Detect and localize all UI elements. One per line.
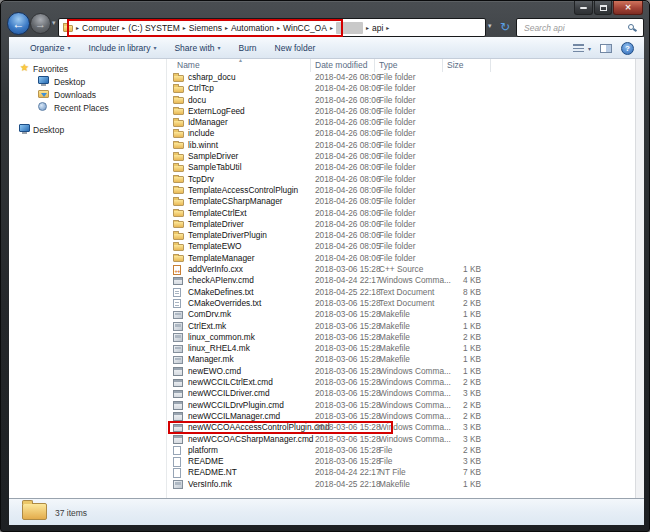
maximize-button[interactable] [594,1,612,15]
file-date-modified: 2018-04-26 08:06 [315,162,381,173]
refresh-button[interactable]: ↻ [496,17,514,37]
column-header-size[interactable]: Size [447,60,464,70]
file-row[interactable]: TcpDrv2018-04-26 08:06File folder [168,174,635,185]
file-date-modified: 2018-04-26 08:06 [315,83,381,94]
file-row[interactable]: checkAPIenv.cmd2018-04-24 22:17Windows C… [168,275,635,286]
sidebar-item-desktop-tree[interactable]: Desktop [9,123,166,136]
file-date-modified: 2018-03-06 15:28 [315,411,381,422]
file-row[interactable]: newWCCILDriver.cmd2018-03-06 15:28Window… [168,388,635,399]
back-button[interactable]: ← [7,12,30,35]
file-row[interactable]: SampleTabUtil2018-04-26 08:06File folder [168,162,635,173]
folder-icon [173,221,184,228]
views-button[interactable]: ▾ [573,44,591,52]
file-row[interactable]: README.NT2018-04-24 22:17NT File7 KB [168,467,635,478]
file-row[interactable]: SampleDriver2018-04-26 08:06File folder [168,151,635,162]
folder-icon [173,97,184,104]
file-row[interactable]: README2018-03-06 15:28File3 KB [168,456,635,467]
sidebar-item-downloads[interactable]: Downloads [9,88,166,101]
file-name: CMakeOverrides.txt [188,298,261,309]
address-bar[interactable]: ▸ Computer ▸ (C:) SYSTEM ▸ Siemens ▸ Aut… [58,18,486,37]
column-divider[interactable] [374,59,375,72]
sidebar-item-desktop[interactable]: Desktop [9,75,166,88]
file-row[interactable]: CtrlTcp2018-04-26 08:06File folder [168,83,635,94]
file-icon [173,468,181,478]
chevron-down-icon: ▾ [153,44,156,51]
address-dropdown-icon[interactable]: ▾ [488,22,492,30]
minimize-button[interactable] [574,1,593,15]
file-size: 1 KB [434,366,481,377]
folder-icon [173,244,184,251]
file-date-modified: 2018-03-06 15:28 [315,264,381,275]
file-row[interactable]: VersInfo.mk2018-04-25 22:18Makefile1 KB [168,479,635,490]
preview-pane-button[interactable] [600,44,612,53]
file-row[interactable]: linux_RHEL4.mk2018-03-06 15:28Makefile1 … [168,343,635,354]
file-row[interactable]: ExternLogFeed2018-04-26 08:06File folder [168,106,635,117]
file-icon [173,322,183,331]
include-in-library-button[interactable]: Include in library▾ [80,43,166,53]
file-type: File folder [379,117,415,128]
sidebar-item-recent-places[interactable]: Recent Places [9,101,166,114]
column-header-name[interactable]: Name [177,60,200,70]
file-row[interactable]: newWCCILDrvPlugin.cmd2018-03-06 15:28Win… [168,400,635,411]
file-size: 7 KB [434,467,481,478]
history-dropdown-icon[interactable]: ▾ [52,19,56,27]
file-row[interactable]: newWCCOAAccessControlPlugin.cmd2018-03-0… [168,422,635,433]
column-divider[interactable] [310,59,311,72]
forward-button[interactable]: → [30,13,51,34]
file-name: newWCCOAAccessControlPlugin.cmd [188,422,330,433]
file-row[interactable]: Manager.mk2018-03-06 15:28Makefile1 KB [168,354,635,365]
sidebar-item-favorites[interactable]: ★ Favorites [9,62,166,75]
file-row[interactable]: TemplateAccessControlPlugin2018-04-26 08… [168,185,635,196]
file-row[interactable]: TemplateDriver2018-04-26 08:06File folde… [168,219,635,230]
file-row[interactable]: docu2018-04-26 08:06File folder [168,95,635,106]
breadcrumb-siemens[interactable]: Siemens [187,23,224,33]
organize-button[interactable]: Organize▾ [21,43,80,53]
list-view-icon [573,44,584,52]
file-row[interactable]: TemplateCtrlExt2018-04-26 08:06File fold… [168,208,635,219]
file-type: Makefile [379,343,410,354]
new-folder-button[interactable]: New folder [266,43,325,53]
file-name: newWCCOACSharpManager.cmd [188,434,313,445]
file-name: TemplateManager [188,253,254,264]
file-row[interactable]: include2018-04-26 08:06File folder [168,128,635,139]
column-divider[interactable] [490,59,491,72]
file-row[interactable]: TemplateCSharpManager2018-04-26 08:05Fil… [168,196,635,207]
file-row[interactable]: lib.winnt2018-04-26 08:06File folder [168,140,635,151]
file-row[interactable]: TemplateManager2018-04-26 08:06File fold… [168,253,635,264]
file-row[interactable]: linux_common.mk2018-03-06 15:28Makefile2… [168,332,635,343]
vertical-scrollbar[interactable] [635,59,644,498]
column-header-type[interactable]: Type [379,60,397,70]
share-with-button[interactable]: Share with▾ [165,43,229,53]
file-row[interactable]: newWCCILManager.cmd2018-03-06 15:28Windo… [168,411,635,422]
file-row[interactable]: platform2018-03-06 15:28File2 KB [168,445,635,456]
file-row[interactable]: TemplateEWO2018-04-26 08:05File folder [168,241,635,252]
file-row[interactable]: newEWO.cmd2018-03-06 15:28Windows Comma.… [168,366,635,377]
file-size: 2 KB [434,445,481,456]
file-row[interactable]: newWCCOACSharpManager.cmd2018-03-06 15:2… [168,434,635,445]
file-row[interactable]: addVerInfo.cxx2018-03-06 15:28C++ Source… [168,264,635,275]
close-button[interactable]: ✕ [613,1,643,15]
column-header-date-modified[interactable]: Date modified [315,60,367,70]
breadcrumb-c-system[interactable]: (C:) SYSTEM [126,23,181,33]
file-row[interactable]: TemplateDriverPlugin2018-04-26 08:06File… [168,230,635,241]
breadcrumb-wincc-oa[interactable]: WinCC_OA [281,23,329,33]
burn-button[interactable]: Burn [230,43,266,53]
main-content: ★ Favorites Desktop Downloads Recent Pla… [9,59,644,498]
file-row[interactable]: IdManager2018-04-26 08:06File folder [168,117,635,128]
file-date-modified: 2018-04-26 08:06 [315,95,381,106]
help-button[interactable]: ? [621,42,634,55]
file-name: linux_RHEL4.mk [188,343,250,354]
breadcrumb-computer[interactable]: Computer [80,23,121,33]
file-row[interactable]: CtrlExt.mk2018-03-06 15:28Makefile1 KB [168,321,635,332]
column-divider[interactable] [442,59,443,72]
file-row[interactable]: newWCCILCtrlExt.cmd2018-03-06 15:28Windo… [168,377,635,388]
file-row[interactable]: csharp_docu2018-04-26 08:06File folder [168,72,635,83]
file-row[interactable]: CMakeOverrides.txt2018-03-06 15:28Text D… [168,298,635,309]
file-date-modified: 2018-04-26 08:06 [315,219,381,230]
breadcrumb-automation[interactable]: Automation [229,23,276,33]
breadcrumb-api[interactable]: api [370,23,385,33]
search-input[interactable] [519,20,624,35]
file-row[interactable]: CMakeDefines.txt2018-04-25 22:18Text Doc… [168,287,635,298]
file-row[interactable]: ComDrv.mk2018-03-06 15:28Makefile1 KB [168,309,635,320]
file-name: TemplateEWO [188,241,241,252]
